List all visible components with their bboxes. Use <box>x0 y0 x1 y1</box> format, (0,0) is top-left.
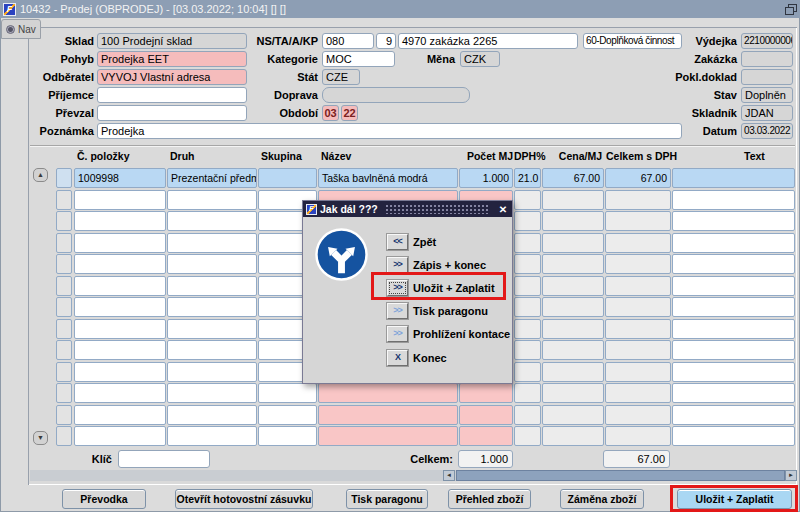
h-scroll-right-button[interactable]: ► <box>785 470 797 481</box>
prijemce-field[interactable] <box>97 87 247 103</box>
col-header-text[interactable]: Text <box>744 150 765 162</box>
h-scroll-left-button[interactable]: ◄ <box>443 470 455 481</box>
zamena-zbozi-button[interactable]: Záměna zboží <box>560 489 644 509</box>
cell-text[interactable] <box>672 254 795 274</box>
col-header-dph[interactable]: DPH% <box>514 150 546 162</box>
cell-cena[interactable] <box>542 297 604 317</box>
cell-cena[interactable] <box>542 405 604 425</box>
cell-druh[interactable] <box>167 383 257 403</box>
cell-text[interactable] <box>672 211 795 231</box>
tisk-paragonu-button[interactable]: Tisk paragonu <box>346 489 428 509</box>
cell-pocet[interactable] <box>459 383 513 403</box>
poznamka-field[interactable]: Prodejka <box>97 123 682 139</box>
zapis-konec-label[interactable]: Zápis + konec <box>413 257 486 273</box>
cell-cena[interactable] <box>542 340 604 360</box>
cell-druh[interactable] <box>167 340 257 360</box>
konec-icon-button[interactable]: X <box>387 350 408 366</box>
cell-dph[interactable] <box>514 426 541 446</box>
row-selector-cell[interactable] <box>56 190 72 210</box>
cell-pocet[interactable] <box>459 426 513 446</box>
cell-pocet[interactable]: 1.000 <box>459 168 513 188</box>
cell-dph[interactable] <box>514 340 541 360</box>
cell-cislo[interactable] <box>74 405 166 425</box>
row-selector-cell[interactable] <box>56 168 72 188</box>
cell-druh[interactable] <box>167 276 257 296</box>
zpet-icon-button[interactable]: << <box>387 234 408 250</box>
prevzal-field[interactable] <box>97 105 247 121</box>
obdobi-mesic-field[interactable]: 03 <box>322 105 339 121</box>
cell-cena[interactable]: 67.00 <box>542 168 604 188</box>
prohlizeni-kontace-icon-button[interactable]: >> <box>387 326 408 342</box>
pohyb-field[interactable]: Prodejka EET <box>97 51 247 67</box>
otevrit-zasuvku-button[interactable]: Otevřít hotovostní zásuvku <box>175 489 313 509</box>
cell-celkem[interactable] <box>605 276 671 296</box>
cell-celkem[interactable] <box>605 340 671 360</box>
cell-text[interactable] <box>672 340 795 360</box>
cell-skupina[interactable] <box>258 426 317 446</box>
cell-celkem[interactable] <box>605 405 671 425</box>
col-header-celkem[interactable]: Celkem s DPH <box>606 150 677 162</box>
cell-skupina[interactable] <box>258 405 317 425</box>
stat-field[interactable]: CZE <box>322 69 360 85</box>
cell-druh[interactable] <box>167 297 257 317</box>
cell-cena[interactable] <box>542 233 604 253</box>
cell-text[interactable] <box>672 319 795 339</box>
mena-field[interactable]: CZK <box>460 51 500 67</box>
cell-cislo[interactable] <box>74 211 166 231</box>
cell-celkem[interactable] <box>605 254 671 274</box>
row-selector-cell[interactable] <box>56 405 72 425</box>
cell-nazev[interactable]: Taška bavlněná modrá <box>318 168 458 188</box>
cell-dph[interactable] <box>514 254 541 274</box>
cell-dph[interactable] <box>514 276 541 296</box>
h-scrollbar-thumb[interactable] <box>456 470 785 481</box>
cell-cena[interactable] <box>542 190 604 210</box>
row-selector-cell[interactable] <box>56 254 72 274</box>
cell-celkem[interactable]: 67.00 <box>605 168 671 188</box>
cell-cena[interactable] <box>542 211 604 231</box>
dialog-titlebar[interactable]: F Jak dál ??? ✕ <box>303 201 512 217</box>
row-selector-cell[interactable] <box>56 211 72 231</box>
table-row[interactable] <box>56 426 795 446</box>
prevodka-button[interactable]: Převodka <box>62 489 146 509</box>
datum-field[interactable]: 03.03.2022 <box>741 123 793 139</box>
nav-tab[interactable]: Nav <box>1 19 41 39</box>
row-selector-cell[interactable] <box>56 340 72 360</box>
col-header-cislo[interactable]: Č. položky <box>77 150 130 162</box>
cell-druh[interactable] <box>167 426 257 446</box>
cell-celkem[interactable] <box>605 383 671 403</box>
cell-dph[interactable] <box>514 362 541 382</box>
cell-cislo[interactable] <box>74 276 166 296</box>
cell-cislo[interactable] <box>74 426 166 446</box>
table-row[interactable] <box>56 383 795 403</box>
cell-nazev[interactable] <box>318 383 458 403</box>
cell-text[interactable] <box>672 168 795 188</box>
window-titlebar[interactable]: F 10432 - Prodej (OBPRODEJ) - [03.03.202… <box>0 0 800 18</box>
row-selector-cell[interactable] <box>56 276 72 296</box>
cell-celkem[interactable] <box>605 362 671 382</box>
scroll-up-button[interactable]: ▲ <box>33 168 48 182</box>
cell-cislo[interactable] <box>74 362 166 382</box>
konec-label[interactable]: Konec <box>413 350 447 366</box>
cell-dph[interactable] <box>514 211 541 231</box>
cell-druh[interactable] <box>167 190 257 210</box>
cell-cislo[interactable] <box>74 233 166 253</box>
cell-celkem[interactable] <box>605 297 671 317</box>
col-header-skupina[interactable]: Skupina <box>261 150 302 162</box>
row-selector-cell[interactable] <box>56 297 72 317</box>
prehled-zbozi-button[interactable]: Přehled zboží <box>448 489 531 509</box>
cell-cislo[interactable] <box>74 190 166 210</box>
zapis-konec-icon-button[interactable]: >> <box>387 257 408 273</box>
cell-dph[interactable] <box>514 319 541 339</box>
cell-cislo[interactable] <box>74 383 166 403</box>
cell-text[interactable] <box>672 276 795 296</box>
cell-celkem[interactable] <box>605 211 671 231</box>
stav-field[interactable]: Doplněn <box>741 87 793 103</box>
cell-celkem[interactable] <box>605 233 671 253</box>
col-header-druh[interactable]: Druh <box>170 150 195 162</box>
cell-text[interactable] <box>672 362 795 382</box>
cell-cislo[interactable] <box>74 297 166 317</box>
row-selector-cell[interactable] <box>56 383 72 403</box>
cell-druh[interactable] <box>167 254 257 274</box>
row-selector-cell[interactable] <box>56 426 72 446</box>
col-header-pocet[interactable]: Počet MJ <box>459 150 513 162</box>
